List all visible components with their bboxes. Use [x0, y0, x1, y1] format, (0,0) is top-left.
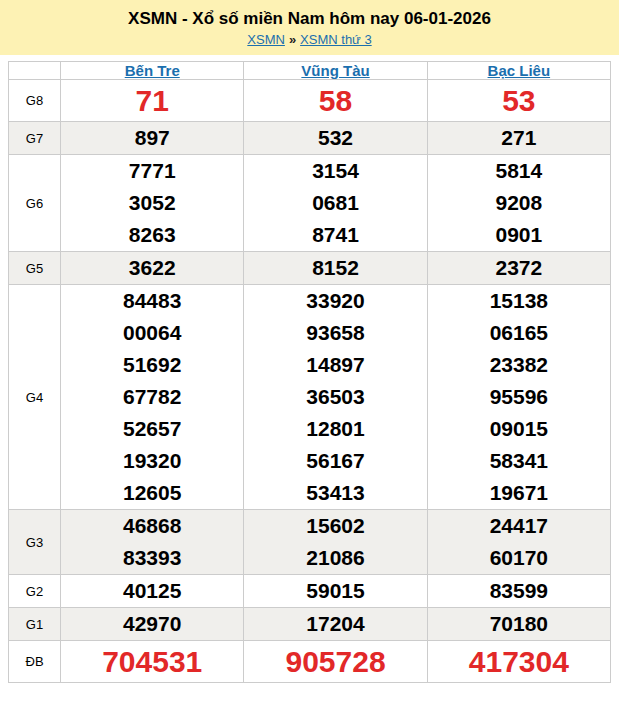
result-number: 23382 — [428, 349, 610, 381]
result-cell: 53 — [427, 80, 610, 122]
result-number: 897 — [61, 122, 243, 154]
result-cell: 2372 — [427, 252, 610, 285]
result-number: 3622 — [61, 252, 243, 284]
prize-row: G6 777130528263 315406818741 58149208090… — [9, 155, 611, 252]
result-number: 8741 — [244, 219, 426, 251]
prize-row: G5 3622 8152 2372 — [9, 252, 611, 285]
result-cell: 897 — [61, 122, 244, 155]
result-number: 19671 — [428, 477, 610, 509]
result-cell: 4686883393 — [61, 510, 244, 575]
result-cell: 8152 — [244, 252, 427, 285]
result-number: 46868 — [61, 510, 243, 542]
result-number: 36503 — [244, 381, 426, 413]
result-cell: 17204 — [244, 608, 427, 641]
result-number: 0681 — [244, 187, 426, 219]
result-number: 33920 — [244, 285, 426, 317]
result-cell: 417304 — [427, 641, 610, 683]
result-number: 60170 — [428, 542, 610, 574]
result-number: 17204 — [244, 608, 426, 640]
breadcrumb-link-xsmn-thu-3[interactable]: XSMN thứ 3 — [300, 32, 372, 47]
column-header-ben-tre: Bến Tre — [61, 62, 244, 80]
result-number: 3154 — [244, 155, 426, 187]
result-cell: 315406818741 — [244, 155, 427, 252]
result-number: 59015 — [244, 575, 426, 607]
prize-label: G6 — [9, 155, 61, 252]
result-cell: 704531 — [61, 641, 244, 683]
prize-label: G5 — [9, 252, 61, 285]
prize-label: G4 — [9, 285, 61, 510]
breadcrumb: XSMN»XSMN thứ 3 — [0, 32, 619, 48]
result-number: 58341 — [428, 445, 610, 477]
result-number: 53413 — [244, 477, 426, 509]
prize-label: G7 — [9, 122, 61, 155]
province-link-bac-lieu[interactable]: Bạc Liêu — [488, 62, 551, 79]
result-cell: 905728 — [244, 641, 427, 683]
result-number: 271 — [428, 122, 610, 154]
result-number: 15602 — [244, 510, 426, 542]
result-number: 417304 — [428, 644, 610, 679]
result-cell: 2441760170 — [427, 510, 610, 575]
result-number: 704531 — [61, 644, 243, 679]
result-number: 2372 — [428, 252, 610, 284]
result-cell: 3622 — [61, 252, 244, 285]
column-header-vung-tau: Vũng Tàu — [244, 62, 427, 80]
result-number: 0901 — [428, 219, 610, 251]
result-number: 09015 — [428, 413, 610, 445]
prize-label: G1 — [9, 608, 61, 641]
result-number: 905728 — [244, 644, 426, 679]
breadcrumb-separator: » — [289, 32, 296, 47]
column-header-bac-lieu: Bạc Liêu — [427, 62, 610, 80]
result-cell: 15138061652338295596090155834119671 — [427, 285, 610, 510]
page-title: XSMN - Xổ số miền Nam hôm nay 06-01-2026 — [0, 8, 619, 29]
result-cell: 58 — [244, 80, 427, 122]
result-cell: 40125 — [61, 575, 244, 608]
result-cell: 71 — [61, 80, 244, 122]
result-number: 19320 — [61, 445, 243, 477]
province-link-vung-tau[interactable]: Vũng Tàu — [301, 62, 369, 79]
result-number: 06165 — [428, 317, 610, 349]
result-number: 5814 — [428, 155, 610, 187]
prize-label: G3 — [9, 510, 61, 575]
result-number: 83599 — [428, 575, 610, 607]
result-cell: 532 — [244, 122, 427, 155]
result-cell: 42970 — [61, 608, 244, 641]
result-number: 00064 — [61, 317, 243, 349]
result-number: 14897 — [244, 349, 426, 381]
prize-row: G8 71 58 53 — [9, 80, 611, 122]
result-cell: 59015 — [244, 575, 427, 608]
prize-row: G2 40125 59015 83599 — [9, 575, 611, 608]
prize-label: G2 — [9, 575, 61, 608]
result-cell: 777130528263 — [61, 155, 244, 252]
result-number: 95596 — [428, 381, 610, 413]
results-body: G8 71 58 53 G7 897 532 271 G6 7771305282… — [9, 80, 611, 683]
result-number: 42970 — [61, 608, 243, 640]
result-number: 15138 — [428, 285, 610, 317]
result-number: 21086 — [244, 542, 426, 574]
result-number: 51692 — [61, 349, 243, 381]
prize-row: G1 42970 17204 70180 — [9, 608, 611, 641]
prize-label: ĐB — [9, 641, 61, 683]
prize-label: G8 — [9, 80, 61, 122]
result-number: 84483 — [61, 285, 243, 317]
corner-cell — [9, 62, 61, 80]
result-number: 58 — [244, 83, 426, 118]
province-link-ben-tre[interactable]: Bến Tre — [125, 62, 180, 79]
result-number: 8263 — [61, 219, 243, 251]
result-cell: 33920936581489736503128015616753413 — [244, 285, 427, 510]
result-number: 52657 — [61, 413, 243, 445]
result-cell: 84483000645169267782526571932012605 — [61, 285, 244, 510]
result-number: 12605 — [61, 477, 243, 509]
breadcrumb-link-xsmn[interactable]: XSMN — [247, 32, 285, 47]
result-number: 7771 — [61, 155, 243, 187]
result-number: 93658 — [244, 317, 426, 349]
result-number: 83393 — [61, 542, 243, 574]
result-cell: 581492080901 — [427, 155, 610, 252]
result-number: 9208 — [428, 187, 610, 219]
prize-row: G7 897 532 271 — [9, 122, 611, 155]
result-number: 12801 — [244, 413, 426, 445]
result-number: 53 — [428, 83, 610, 118]
result-cell: 271 — [427, 122, 610, 155]
result-cell: 1560221086 — [244, 510, 427, 575]
result-number: 8152 — [244, 252, 426, 284]
result-number: 67782 — [61, 381, 243, 413]
